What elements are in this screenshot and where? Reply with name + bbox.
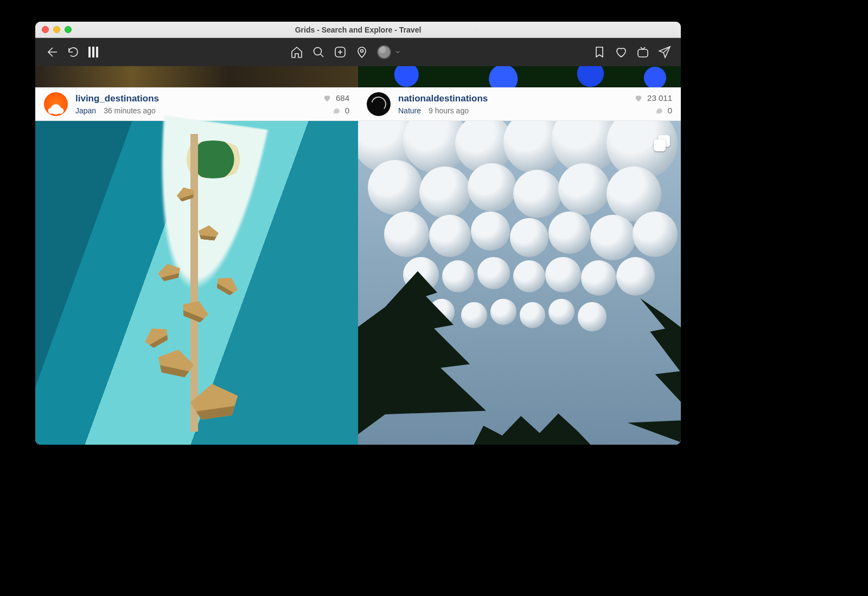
- likes-stat[interactable]: 684: [323, 93, 349, 102]
- current-user-avatar: [377, 45, 391, 59]
- igtv-button[interactable]: [636, 46, 649, 59]
- post-image[interactable]: [358, 121, 681, 445]
- heart-solid-icon: [634, 94, 643, 102]
- nearby-button[interactable]: [355, 46, 368, 59]
- search-button[interactable]: [312, 46, 325, 59]
- window-minimize-button[interactable]: [53, 26, 60, 33]
- post-category-tag[interactable]: Nature: [398, 106, 421, 115]
- tv-icon: [636, 46, 649, 59]
- post-header: living_destinations Japan 36 minutes ago…: [35, 87, 358, 121]
- chevron-down-icon: [394, 49, 401, 55]
- heart-icon: [615, 46, 628, 59]
- previous-post-image-partial[interactable]: [358, 66, 681, 87]
- refresh-button[interactable]: [67, 46, 80, 59]
- feed-column-right: nationaldestinations Nature 9 hours ago …: [358, 66, 681, 445]
- image-decoration: [471, 401, 596, 445]
- direct-messages-button[interactable]: [658, 46, 671, 59]
- svg-rect-3: [638, 49, 648, 57]
- comments-stat[interactable]: 0: [332, 106, 349, 115]
- post-location-tag[interactable]: Japan: [75, 106, 96, 115]
- columns-layout-button[interactable]: [88, 47, 98, 57]
- home-icon: [290, 46, 303, 59]
- author-avatar[interactable]: [367, 92, 391, 116]
- back-button[interactable]: [45, 46, 58, 59]
- post-image[interactable]: [35, 121, 358, 445]
- svg-point-2: [361, 50, 363, 53]
- likes-stat[interactable]: 23 011: [634, 93, 672, 102]
- window-zoom-button[interactable]: [65, 26, 72, 33]
- carousel-indicator-icon: [654, 135, 670, 151]
- likes-count: 684: [336, 93, 349, 102]
- window-title: Grids - Search and Explore - Travel: [35, 25, 681, 34]
- previous-post-image-partial[interactable]: [35, 66, 358, 87]
- image-decoration: [358, 271, 499, 445]
- window-close-button[interactable]: [42, 26, 49, 33]
- plus-square-icon: [334, 46, 347, 59]
- location-pin-icon: [355, 46, 368, 59]
- home-button[interactable]: [290, 46, 303, 59]
- author-username[interactable]: nationaldestinations: [398, 93, 627, 104]
- svg-point-0: [314, 48, 322, 55]
- post-timestamp: 9 hours ago: [429, 106, 469, 115]
- bookmark-icon: [593, 46, 606, 59]
- likes-count: 23 011: [647, 93, 672, 102]
- send-icon: [658, 46, 671, 59]
- comments-stat[interactable]: 0: [655, 106, 672, 115]
- account-switcher[interactable]: [377, 45, 401, 59]
- app-window: Grids - Search and Explore - Travel: [35, 22, 681, 445]
- author-username[interactable]: living_destinations: [75, 93, 315, 104]
- post-header: nationaldestinations Nature 9 hours ago …: [358, 87, 681, 121]
- activity-button[interactable]: [615, 46, 628, 59]
- comment-icon: [332, 106, 341, 115]
- author-avatar[interactable]: [44, 92, 68, 116]
- window-titlebar: Grids - Search and Explore - Travel: [35, 22, 681, 38]
- window-controls: [42, 26, 72, 33]
- feed-content: living_destinations Japan 36 minutes ago…: [35, 66, 681, 445]
- saved-button[interactable]: [593, 46, 606, 59]
- heart-solid-icon: [323, 94, 331, 102]
- feed-column-left: living_destinations Japan 36 minutes ago…: [35, 66, 358, 445]
- comments-count: 0: [345, 106, 349, 115]
- search-icon: [312, 46, 325, 59]
- new-post-button[interactable]: [334, 46, 347, 59]
- refresh-icon: [67, 46, 80, 59]
- comment-icon: [655, 106, 663, 115]
- back-arrow-icon: [45, 46, 58, 59]
- app-toolbar: [35, 38, 681, 66]
- comments-count: 0: [668, 106, 672, 115]
